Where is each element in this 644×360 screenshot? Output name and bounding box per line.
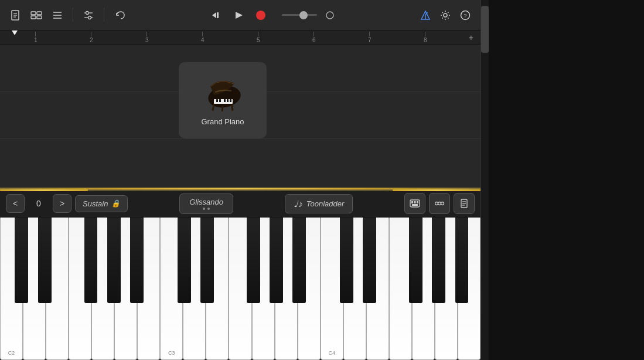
svg-rect-30 [216, 99, 218, 102]
svg-point-14 [88, 16, 91, 19]
svg-rect-5 [37, 12, 42, 15]
black-key-ds3[interactable] [200, 218, 214, 303]
list-view-icon[interactable] [49, 7, 66, 23]
glissando-label: Glissando [189, 198, 223, 206]
white-key-f4[interactable] [389, 218, 412, 361]
piano-controls-bar: < 0 > Sustain 🔒 Glissando ♩♪ Toonladder [0, 189, 481, 218]
keyboard-layout-button[interactable] [404, 193, 425, 214]
lock-icon: 🔒 [111, 199, 120, 208]
rewind-button[interactable] [207, 6, 226, 25]
svg-point-18 [326, 12, 333, 19]
black-key-cs4[interactable] [340, 218, 353, 303]
svg-rect-32 [224, 99, 226, 102]
instrument-name: Grand Piano [202, 117, 244, 126]
piano-keyboard: C2 C3 C4 [0, 218, 481, 361]
black-key-fs3[interactable] [247, 218, 260, 303]
black-key-gs4[interactable] [432, 218, 445, 303]
ruler-mark-7: 7 [368, 32, 372, 43]
svg-rect-6 [31, 16, 36, 19]
svg-rect-31 [219, 99, 221, 102]
svg-text:?: ? [464, 12, 467, 19]
level-area [282, 7, 338, 23]
black-key-cs2[interactable] [15, 218, 28, 303]
play-button[interactable] [229, 6, 248, 25]
svg-marker-15 [212, 12, 216, 18]
settings-icon[interactable] [437, 7, 454, 23]
new-document-icon[interactable] [7, 7, 23, 23]
record-button[interactable] [251, 6, 270, 25]
note-icon: ♩♪ [294, 198, 303, 209]
prev-button[interactable]: < [6, 194, 25, 213]
ruler-mark-4: 4 [201, 32, 205, 43]
level-circle-icon [322, 7, 338, 23]
glissando-button[interactable]: Glissando [179, 193, 233, 214]
c2-label: C2 [8, 350, 15, 356]
record-dot-icon [256, 11, 265, 20]
glissando-dots [203, 208, 210, 210]
scrollbar-thumb[interactable] [481, 6, 489, 53]
svg-line-27 [231, 104, 233, 111]
glissando-dot-2 [207, 208, 210, 210]
svg-line-26 [213, 104, 214, 111]
add-track-button[interactable]: + [469, 33, 473, 42]
velocity-button[interactable] [429, 193, 450, 214]
svg-rect-4 [31, 12, 36, 15]
svg-marker-17 [236, 12, 243, 19]
level-handle[interactable] [299, 11, 308, 19]
svg-point-22 [444, 13, 447, 17]
undo-icon[interactable] [111, 7, 128, 23]
c3-label: C3 [168, 350, 175, 356]
playhead-arrow-icon [12, 30, 18, 35]
svg-rect-36 [411, 201, 413, 203]
ruler-content: 1 2 3 4 5 6 7 [5, 30, 476, 44]
help-icon[interactable]: ? [457, 7, 473, 23]
svg-rect-34 [230, 99, 231, 102]
svg-rect-16 [217, 12, 219, 18]
ruler-mark-6: 6 [312, 32, 316, 43]
right-sidebar [481, 0, 644, 360]
black-key-fs4[interactable] [409, 218, 422, 303]
black-key-cs3[interactable] [178, 218, 191, 303]
velocity-icon [434, 199, 445, 208]
svg-point-40 [435, 202, 438, 205]
black-key-fs2[interactable] [84, 218, 98, 303]
transport-controls [207, 6, 270, 25]
svg-rect-39 [412, 204, 418, 206]
tracks-area: Grand Piano [0, 45, 481, 188]
black-key-as4[interactable] [455, 218, 469, 303]
svg-point-41 [438, 202, 441, 205]
c4-label: C4 [328, 350, 335, 356]
extra-icon [460, 199, 468, 208]
level-slider[interactable] [282, 14, 317, 16]
extra-button[interactable] [454, 193, 475, 214]
toonladder-label: Toonladder [306, 199, 345, 208]
svg-rect-37 [414, 201, 416, 203]
toonladder-button[interactable]: ♩♪ Toonladder [285, 194, 353, 213]
ruler-mark-8: 8 [424, 32, 427, 43]
keyboard-icon [410, 199, 420, 208]
black-key-ds2[interactable] [38, 218, 52, 303]
black-key-gs2[interactable] [107, 218, 121, 303]
black-key-as3[interactable] [292, 218, 306, 303]
sustain-button[interactable]: Sustain 🔒 [75, 195, 128, 212]
sustain-label: Sustain [83, 199, 108, 208]
instrument-card[interactable]: Grand Piano [179, 62, 267, 138]
ruler-mark-5: 5 [257, 32, 260, 43]
vertical-scrollbar[interactable] [481, 0, 489, 360]
next-button[interactable]: > [53, 194, 71, 213]
black-key-as2[interactable] [130, 218, 144, 303]
svg-rect-33 [227, 99, 229, 102]
track-line-2 [0, 138, 481, 139]
toolbar-separator-2 [104, 8, 104, 22]
controls-icon[interactable] [80, 7, 97, 23]
svg-point-12 [86, 11, 89, 14]
metronome-icon[interactable] [417, 7, 434, 23]
ruler-mark-1: 1 [34, 32, 38, 43]
svg-rect-38 [417, 201, 418, 203]
black-key-ds4[interactable] [363, 218, 376, 303]
black-key-gs3[interactable] [270, 218, 283, 303]
playhead[interactable] [12, 30, 18, 35]
grand-piano-icon [202, 74, 243, 113]
view-toggle-icon[interactable] [28, 7, 45, 23]
svg-rect-7 [37, 16, 42, 19]
